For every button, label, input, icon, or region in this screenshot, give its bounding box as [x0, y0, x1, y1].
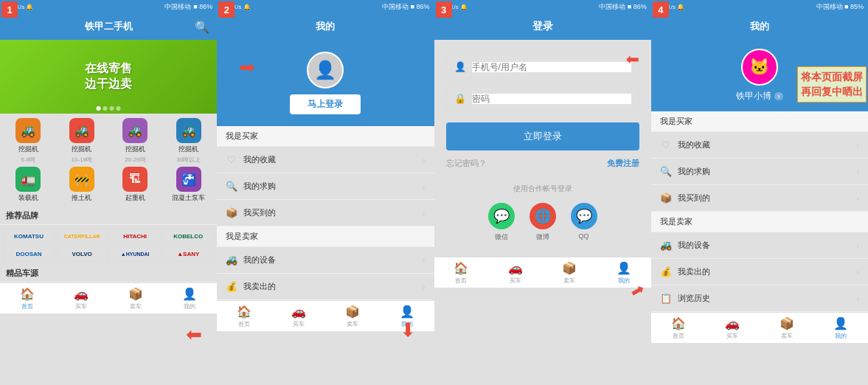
social-icons: 💬 微信 🌐 微博 💬 QQ — [446, 203, 639, 242]
nav-buy-3[interactable]: 🚗 买车 — [488, 257, 543, 288]
forgot-row: 忘记密码？ 免费注册 — [446, 158, 639, 169]
bottom-nav-3: 🏠 首页 🚗 买车 📦 卖车 👤 我的 — [434, 257, 651, 288]
brand-doosan[interactable]: DOOSAN — [3, 246, 55, 262]
banner-1: 在线寄售 边干边卖 — [0, 40, 217, 114]
weibo-login[interactable]: 🌐 微博 — [530, 203, 556, 242]
arrow-to-login: ➡ — [239, 56, 255, 79]
menu-bought[interactable]: 📦 我买到的 › — [217, 200, 434, 226]
category-loader[interactable]: 🚛 装载机 — [3, 167, 54, 203]
category-pump[interactable]: 🚰 混凝土泵车 — [164, 167, 215, 203]
favorites-icon-4: ♡ — [660, 139, 672, 150]
register-link[interactable]: 免费注册 — [607, 158, 639, 169]
nav-my-3[interactable]: 👤 我的 — [597, 257, 651, 288]
banner-dots — [97, 106, 121, 111]
brand-kobelco[interactable]: KOBELCO — [162, 228, 214, 244]
step-badge-2: 2 — [218, 1, 235, 18]
username-row: 铁甲小博 › — [736, 90, 782, 103]
seller-section-title-4: 我是卖家 — [651, 212, 868, 232]
category-excavator-xlarge[interactable]: 🚜 挖掘机 30吨以上 — [164, 118, 215, 164]
brand-caterpillar[interactable]: CATERPILLAR — [56, 228, 108, 244]
menu-favorites[interactable]: ♡ 我的收藏 › — [217, 147, 434, 173]
avatar-placeholder: 👤 — [307, 52, 344, 89]
nav-my-1[interactable]: 👤 我的 — [163, 283, 218, 313]
brand-komatsu[interactable]: KOMATSU — [3, 228, 55, 244]
app-title-2: 我的 — [316, 20, 335, 33]
nav-sell-1[interactable]: 📦 卖车 — [108, 283, 163, 313]
user-avatar: 🐱 — [741, 49, 778, 86]
wechat-icon: 💬 — [488, 203, 515, 229]
social-login-section: 使用合作帐号登录 💬 微信 🌐 微博 💬 QQ — [446, 184, 639, 242]
password-input[interactable] — [472, 94, 631, 104]
nav-home-1[interactable]: 🏠 首页 — [0, 283, 55, 313]
overlay-instruction-text: 将本页面截屏再回复中晒出 — [797, 66, 867, 103]
menu-bought-4[interactable]: 📦 我买到的 › — [651, 185, 868, 212]
app-header-2: 我的 — [217, 13, 434, 40]
app-header-1: 铁甲二手机 🔍 — [0, 13, 217, 40]
wechat-login[interactable]: 💬 微信 — [488, 203, 515, 242]
app-header-4: 我的 — [651, 13, 868, 40]
battery-1: ■ 86% — [193, 3, 212, 10]
status-bar-4: 0.44K/s 🔔 中国移动 ■ 85% — [651, 0, 868, 13]
nav-sell-4[interactable]: 📦 卖车 — [760, 313, 814, 343]
category-excavator-large[interactable]: 🚜 挖掘机 20-29吨 — [110, 118, 161, 164]
brand-sany[interactable]: ▲SANY — [162, 246, 214, 262]
nav-buy-4[interactable]: 🚗 买车 — [705, 313, 760, 343]
brands-section-title: 推荐品牌 — [0, 207, 217, 225]
menu-sold-4[interactable]: 💰 我卖出的 › — [651, 259, 868, 285]
nav-sell-2[interactable]: 📦 卖车 — [325, 301, 380, 331]
bottom-nav-4: 🏠 首页 🚗 买车 📦 卖车 👤 我的 — [651, 312, 868, 343]
password-input-wrapper: 🔒 — [446, 86, 639, 111]
nav-home-4[interactable]: 🏠 首页 — [651, 313, 706, 343]
profile-section-2: 👤 马上登录 — [217, 40, 434, 126]
qq-login[interactable]: 💬 QQ — [571, 203, 597, 242]
social-title: 使用合作帐号登录 — [446, 184, 639, 194]
brand-hyundai[interactable]: ▲HYUNDAI — [109, 246, 161, 262]
forgot-password-link[interactable]: 忘记密码？ — [446, 158, 487, 169]
category-bulldozer[interactable]: 🚧 推土机 — [57, 167, 108, 203]
menu-my-equipment[interactable]: 🚜 我的设备 › — [217, 247, 434, 274]
nav-sell-3[interactable]: 📦 卖车 — [543, 257, 597, 288]
sold-icon-4: 💰 — [660, 266, 672, 277]
submit-login-button[interactable]: 立即登录 — [446, 122, 639, 150]
nav-home-3[interactable]: 🏠 首页 — [434, 257, 489, 288]
login-form: ➡ 👤 🔒 立即登录 忘记密码？ 免费注册 ➡ 使用合作帐号登录 💬 微信 — [434, 40, 651, 257]
arrow-to-phone: ➡ — [626, 50, 639, 69]
panel-1: 1 0.60K/s 🔔 中国移动 ■ 86% 铁甲二手机 🔍 在线寄售 边干边卖… — [0, 0, 217, 385]
brand-volvo[interactable]: VOLVO — [56, 246, 108, 262]
menu-purchase-4[interactable]: 🔍 我的求购 › — [651, 159, 868, 185]
menu-equipment-4[interactable]: 🚜 我的设备 › — [651, 232, 868, 259]
bought-icon: 📦 — [226, 207, 237, 218]
equipment-icon-4: 🚜 — [660, 240, 672, 251]
phone-input[interactable] — [472, 62, 631, 72]
nav-my-4[interactable]: 👤 我的 — [813, 313, 868, 343]
nav-buy-2[interactable]: 🚗 买车 — [271, 301, 326, 331]
profile-arrow-icon[interactable]: › — [774, 92, 782, 100]
purchase-icon-4: 🔍 — [660, 166, 672, 177]
nav-home-2[interactable]: 🏠 首页 — [217, 301, 271, 331]
search-icon[interactable]: 🔍 — [195, 20, 209, 34]
menu-favorites-4[interactable]: ♡ 我的收藏 › — [651, 132, 868, 159]
history-icon-4: 📋 — [660, 293, 672, 304]
app-title-4: 我的 — [750, 20, 769, 33]
category-excavator-small[interactable]: 🚜 挖掘机 6-9吨 — [3, 118, 54, 164]
username-text: 铁甲小博 — [736, 90, 771, 103]
menu-purchase-requests[interactable]: 🔍 我的求购 › — [217, 173, 434, 200]
quality-section-title: 精品车源 — [0, 265, 217, 282]
menu-history-4[interactable]: 📋 浏览历史 › — [651, 285, 868, 312]
brand-hitachi[interactable]: HITACHI — [109, 228, 161, 244]
login-button[interactable]: 马上登录 — [290, 94, 361, 114]
weibo-icon: 🌐 — [530, 203, 556, 229]
arrow-down-2: ➡ — [396, 322, 419, 338]
nav-buy-1[interactable]: 🚗 买车 — [55, 283, 109, 313]
sold-icon: 💰 — [226, 281, 237, 292]
banner-text-1: 在线寄售 边干边卖 — [85, 61, 132, 92]
menu-sold[interactable]: 💰 我卖出的 › — [217, 274, 434, 300]
step-badge-4: 4 — [653, 1, 669, 18]
user-icon: 👤 — [454, 61, 466, 72]
category-excavator-medium[interactable]: 🚜 挖掘机 10-19吨 — [57, 118, 108, 164]
login-header: 登录 — [434, 13, 651, 40]
category-crane[interactable]: 🏗 起重机 — [110, 167, 161, 203]
category-grid: 🚜 挖掘机 6-9吨 🚜 挖掘机 10-19吨 🚜 挖掘机 20-29吨 🚜 挖… — [0, 114, 217, 207]
favorites-icon: ♡ — [226, 154, 237, 165]
status-bar-1: 0.60K/s 🔔 中国移动 ■ 86% — [0, 0, 217, 13]
